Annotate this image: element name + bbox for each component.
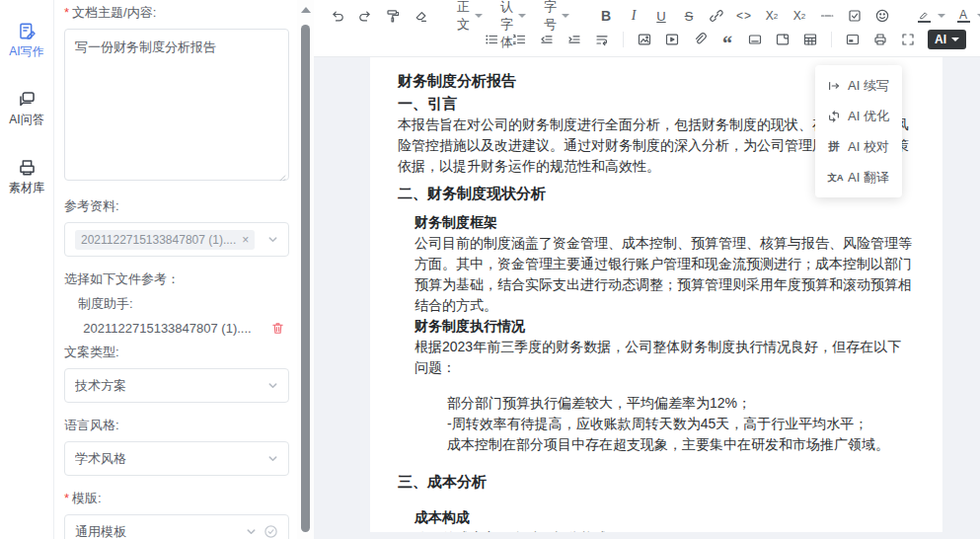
strikethrough-button[interactable]: S — [678, 5, 700, 27]
menu-item-ai-translate[interactable]: 文A AI 翻译 — [815, 162, 902, 192]
scroll-up-arrow-icon[interactable] — [301, 7, 311, 13]
chat-icon — [18, 90, 37, 109]
caret-down-icon — [518, 14, 526, 18]
clear-format-button[interactable] — [410, 5, 431, 27]
code-button[interactable]: <> — [733, 5, 755, 27]
insert-table-button[interactable] — [799, 29, 821, 50]
menu-item-ai-optimize[interactable]: AI 优化 — [815, 101, 902, 131]
chevron-down-icon — [267, 234, 278, 245]
reference-label: 参考资料: — [64, 197, 289, 215]
bold-button[interactable]: B — [595, 5, 617, 27]
language-style-label: 语言风格: — [64, 417, 289, 434]
ai-tools-button[interactable]: AI — [928, 30, 966, 49]
toolbar-divider — [831, 32, 832, 47]
link-button[interactable] — [706, 5, 727, 27]
doc-heading-framework: 财务制度框架 — [415, 212, 915, 233]
undo-button[interactable] — [327, 5, 348, 27]
nav-label: 素材库 — [9, 180, 44, 196]
chevron-down-icon — [267, 380, 278, 391]
caret-down-icon — [562, 14, 569, 18]
ai-writing-form-panel: *文档主题/内容: 写一份财务制度分析报告 参考资料: 202112271513… — [54, 0, 297, 539]
font-color-button[interactable]: A — [952, 5, 974, 27]
nav-label: AI问答 — [9, 112, 43, 128]
insert-image-button[interactable] — [634, 29, 655, 50]
copy-type-label: 文案类型: — [64, 344, 289, 361]
language-style-select[interactable]: 学术风格 — [64, 441, 289, 476]
bullet-list-button[interactable] — [481, 29, 502, 50]
emoji-button[interactable] — [871, 5, 893, 27]
toolbar-divider — [623, 32, 624, 47]
outdent-button[interactable] — [536, 29, 558, 50]
line-break-button[interactable] — [591, 29, 613, 50]
doc-paragraph-cost: 公司的成本主要由以下部分构成： — [415, 528, 915, 532]
library-icon — [18, 158, 37, 177]
menu-item-ai-continue[interactable]: AI 续写 — [815, 70, 902, 101]
language-style-value: 学术风格 — [75, 450, 267, 468]
ai-optimize-icon — [827, 110, 841, 123]
ordered-list-button[interactable] — [508, 29, 530, 50]
print-button[interactable] — [869, 29, 891, 50]
insert-video-button[interactable] — [661, 29, 683, 50]
underline-button[interactable]: U — [650, 5, 672, 27]
required-marker: * — [64, 5, 69, 20]
reference-file-tag: 2021122715133847807 (1).... × — [75, 230, 255, 250]
resize-grip-icon[interactable] — [277, 173, 286, 182]
doc-heading-cost-structure: 成本构成 — [415, 507, 915, 528]
remove-tag-icon[interactable]: × — [242, 233, 249, 247]
editor-toolbar: 正文 默认字体 字号 B I U S <> X2 X2 A — [314, 0, 980, 57]
caret-down-icon[interactable] — [938, 14, 945, 18]
topic-input[interactable]: 写一份财务制度分析报告 — [64, 29, 289, 181]
nav-item-ai-qa[interactable]: AI问答 — [9, 90, 43, 128]
ai-proofread-icon: 拼 — [827, 138, 840, 154]
menu-item-ai-proofread[interactable]: 拼 AI 校对 — [815, 131, 902, 162]
italic-button[interactable]: I — [623, 5, 644, 27]
chevron-down-icon — [246, 526, 257, 537]
file-group-label: 制度助手: — [78, 295, 289, 313]
toolbar-row-1: 正文 默认字体 字号 B I U S <> X2 X2 A — [324, 4, 972, 28]
reference-file-name: 2021122715133847807 (1).... — [64, 321, 270, 336]
font-family-dropdown[interactable]: 默认字体 — [494, 5, 532, 27]
divider-block-button[interactable] — [744, 29, 766, 50]
superscript-button[interactable]: X2 — [789, 5, 810, 27]
doc-issue-item: -周转效率有待提高，应收账款周转天数为45天，高于行业平均水平； — [447, 414, 915, 434]
delete-file-icon[interactable] — [270, 321, 285, 336]
horizontal-rule-button[interactable] — [816, 5, 838, 27]
nav-item-ai-writing[interactable]: AI写作 — [9, 22, 43, 60]
attachment-button[interactable] — [689, 29, 711, 50]
chevron-down-icon — [267, 453, 278, 464]
app-window: AI写作 AI问答 素材库 *文档主题/内容: 写一份财务制度分析报告 参考资料… — [0, 0, 980, 539]
ai-translate-icon: 文A — [827, 171, 840, 184]
panel-scrollbar[interactable] — [297, 0, 314, 539]
font-size-dropdown[interactable]: 字号 — [538, 5, 575, 27]
highlight-color-bar — [918, 21, 931, 23]
reference-file-tag-text: 2021122715133847807 (1).... — [81, 233, 236, 247]
redo-button[interactable] — [354, 5, 376, 27]
highlight-color-button[interactable] — [913, 5, 935, 27]
ai-tools-menu: AI 续写 AI 优化 拼 AI 校对 文A AI 翻译 — [815, 65, 902, 197]
caret-down-icon — [475, 14, 483, 18]
topic-label: *文档主题/内容: — [64, 4, 289, 22]
toolbar-row-2: “ AI — [478, 28, 972, 51]
template-status-icon — [264, 524, 278, 539]
nav-item-material-library[interactable]: 素材库 — [9, 158, 44, 196]
reference-file-row: 2021122715133847807 (1).... — [64, 321, 289, 336]
font-color-bar — [957, 21, 970, 23]
template-select[interactable]: 通用模板 — [64, 514, 289, 539]
blockquote-button[interactable]: “ — [716, 29, 738, 50]
document-canvas: 财务制度分析报告 一、引言 本报告旨在对公司的财务制度进行全面分析，包括财务制度… — [314, 57, 980, 539]
left-nav-rail: AI写作 AI问答 素材库 — [0, 0, 54, 539]
copy-type-select[interactable]: 技术方案 — [64, 368, 289, 403]
scrollbar-thumb[interactable] — [301, 25, 310, 532]
subscript-button[interactable]: X2 — [761, 5, 783, 27]
indent-button[interactable] — [564, 29, 585, 50]
doc-issue-item: 成本控制在部分项目中存在超支现象，主要集中在研发和市场推广领域。 — [447, 434, 915, 455]
caret-down-icon — [951, 38, 959, 41]
format-painter-button[interactable] — [382, 5, 404, 27]
reference-select[interactable]: 2021122715133847807 (1).... × — [64, 222, 289, 257]
fullscreen-button[interactable] — [897, 29, 919, 50]
doc-edit-icon — [18, 22, 37, 40]
paragraph-style-dropdown[interactable]: 正文 — [451, 5, 489, 27]
page-preview-button[interactable] — [842, 29, 864, 50]
code-block-button[interactable] — [772, 29, 793, 50]
checkbox-button[interactable] — [844, 5, 866, 27]
